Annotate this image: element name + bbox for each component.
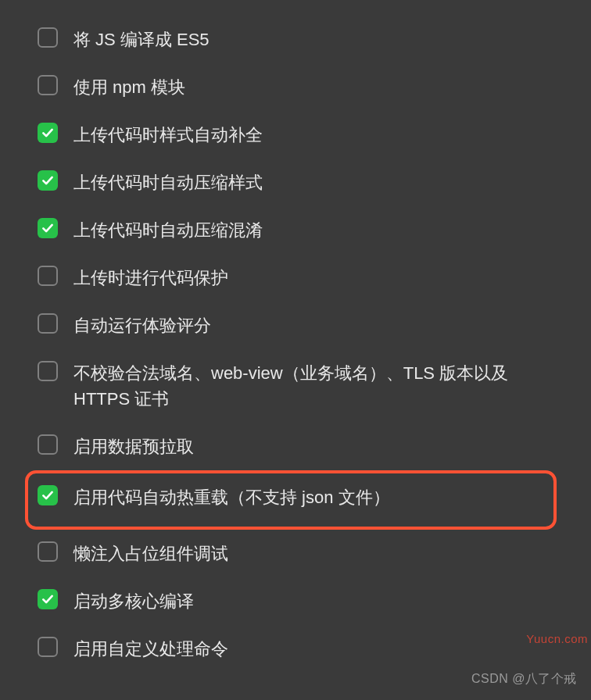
checkmark-icon bbox=[41, 592, 55, 606]
option-row[interactable]: 上传代码时样式自动补全 bbox=[38, 111, 553, 159]
option-row[interactable]: 上传时进行代码保护 bbox=[38, 254, 553, 302]
checkmark-icon bbox=[41, 173, 55, 188]
checkbox-checked[interactable] bbox=[38, 218, 58, 238]
option-row[interactable]: 上传代码时自动压缩混淆 bbox=[38, 206, 553, 254]
highlight-box: 启用代码自动热重载（不支持 json 文件） bbox=[25, 470, 557, 530]
option-row[interactable]: 启用代码自动热重载（不支持 json 文件） bbox=[38, 480, 544, 520]
option-label: 启动多核心编译 bbox=[73, 588, 553, 614]
watermark-side: Yuucn.com bbox=[526, 632, 588, 645]
option-label: 上传代码时样式自动补全 bbox=[73, 122, 553, 148]
checkbox-unchecked[interactable] bbox=[38, 266, 58, 286]
option-row[interactable]: 将 JS 编译成 ES5 bbox=[38, 16, 553, 63]
option-label: 使用 npm 模块 bbox=[73, 74, 553, 100]
checkbox-unchecked[interactable] bbox=[38, 361, 58, 381]
settings-list: 将 JS 编译成 ES5使用 npm 模块上传代码时样式自动补全上传代码时自动压… bbox=[0, 0, 591, 688]
checkbox-checked[interactable] bbox=[38, 123, 58, 143]
checkbox-checked[interactable] bbox=[38, 589, 58, 609]
option-label: 启用自定义处理命令 bbox=[73, 636, 553, 662]
option-label: 自动运行体验评分 bbox=[73, 312, 553, 338]
checkbox-unchecked[interactable] bbox=[38, 75, 58, 95]
option-row[interactable]: 使用 npm 模块 bbox=[38, 63, 553, 111]
option-row[interactable]: 不校验合法域名、web-view（业务域名）、TLS 版本以及 HTTPS 证书 bbox=[38, 349, 553, 423]
option-row[interactable]: 上传代码时自动压缩样式 bbox=[38, 159, 553, 206]
option-label: 懒注入占位组件调试 bbox=[73, 541, 553, 566]
option-label: 将 JS 编译成 ES5 bbox=[73, 27, 553, 52]
option-label: 启用数据预拉取 bbox=[73, 434, 553, 459]
checkbox-unchecked[interactable] bbox=[38, 27, 58, 48]
checkbox-checked[interactable] bbox=[38, 485, 58, 505]
checkmark-icon bbox=[41, 126, 55, 140]
option-label: 不校验合法域名、web-view（业务域名）、TLS 版本以及 HTTPS 证书 bbox=[73, 360, 553, 412]
option-label: 上传时进行代码保护 bbox=[73, 265, 553, 291]
watermark-bottom: CSDN @八了个戒 bbox=[471, 671, 577, 688]
option-label: 启用代码自动热重载（不支持 json 文件） bbox=[73, 484, 544, 510]
option-row[interactable]: 启动多核心编译 bbox=[38, 577, 553, 625]
option-row[interactable]: 启用数据预拉取 bbox=[38, 423, 553, 470]
checkmark-icon bbox=[41, 488, 55, 502]
option-row[interactable]: 自动运行体验评分 bbox=[38, 302, 553, 349]
checkbox-checked[interactable] bbox=[38, 170, 58, 191]
checkbox-unchecked[interactable] bbox=[38, 637, 58, 657]
checkbox-unchecked[interactable] bbox=[38, 313, 58, 334]
option-label: 上传代码时自动压缩混淆 bbox=[73, 217, 553, 243]
checkmark-icon bbox=[41, 221, 55, 235]
option-label: 上传代码时自动压缩样式 bbox=[73, 170, 553, 195]
checkbox-unchecked[interactable] bbox=[38, 434, 58, 455]
option-row[interactable]: 启用自定义处理命令 bbox=[38, 625, 553, 673]
checkbox-unchecked[interactable] bbox=[38, 541, 58, 562]
option-row[interactable]: 懒注入占位组件调试 bbox=[38, 530, 553, 577]
